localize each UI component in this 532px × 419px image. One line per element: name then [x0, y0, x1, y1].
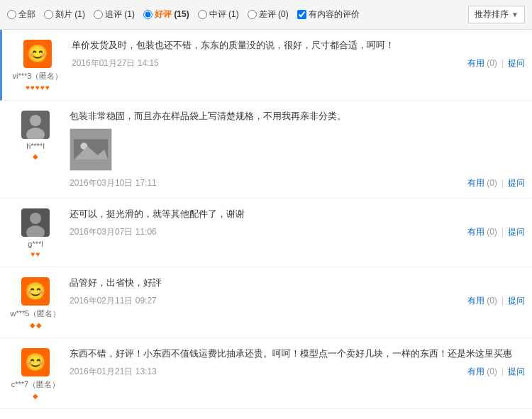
reviewer-stars: ◆	[33, 392, 38, 400]
review-text: 还可以，挺光滑的，就等其他配件了，谢谢	[70, 207, 525, 222]
star-1: ♥	[26, 84, 30, 91]
useful-link[interactable]: 有用 (0)	[467, 177, 497, 189]
svg-point-1	[30, 115, 41, 126]
avatar: 😊	[21, 277, 50, 306]
review-meta: 2016年01月21日 13:13 有用 (0) | 提问	[70, 366, 525, 378]
reviewer-name: vi***3（匿名）	[13, 71, 63, 82]
review-content: 还可以，挺光滑的，就等其他配件了，谢谢 2016年03月07日 11:06 有用…	[64, 207, 525, 238]
star-4: ♥	[40, 84, 45, 91]
filter-good[interactable]: 好评 (15)	[143, 9, 189, 21]
review-item: 😊 w***5（匿名） ◆ ◆ 品管好，出省快，好評 2016年02月11日 0…	[0, 267, 532, 338]
review-text: 品管好，出省快，好評	[70, 276, 525, 291]
ask-link[interactable]: 提问	[508, 366, 525, 378]
ask-link[interactable]: 提问	[508, 57, 525, 69]
filter-bar: 全部 刻片 (1) 追评 (1) 好评 (15) 中评 (1) 差评 (0) 有…	[0, 0, 532, 30]
reviewer-name: w***5（匿名）	[11, 308, 61, 319]
reviewer-info: h****l ◆	[7, 109, 64, 160]
review-text: 包装非常稳固，而且亦在样品袋上写清楚规格，不用我再亲非分类。	[70, 109, 525, 124]
star-2: ♥	[36, 250, 40, 258]
filter-has-content[interactable]: 有内容的评价	[297, 9, 360, 21]
star-1: ◆	[30, 321, 35, 329]
review-actions: 有用 (0) | 提问	[467, 366, 525, 378]
useful-link[interactable]: 有用 (0)	[467, 366, 497, 378]
useful-link[interactable]: 有用 (0)	[467, 226, 497, 238]
useful-link[interactable]: 有用 (0)	[467, 57, 497, 69]
avatar: 😊	[21, 348, 50, 376]
reviewer-stars: ◆	[33, 152, 38, 160]
review-text: 东西不错，好评！小东西不值钱运费比抽承还贵。呵呵！模型点一个卖好几块，一样的东西…	[70, 347, 525, 362]
filter-chase[interactable]: 追评 (1)	[94, 9, 135, 21]
review-item: g***l ♥ ♥ 还可以，挺光滑的，就等其他配件了，谢谢 2016年03月07…	[0, 199, 532, 267]
filter-kepiece[interactable]: 刻片 (1)	[44, 9, 85, 21]
reviewer-info: 😊 vi***3（匿名） ♥ ♥ ♥ ♥ ♥	[9, 38, 66, 91]
useful-link[interactable]: 有用 (0)	[467, 295, 497, 307]
review-thumb[interactable]	[70, 128, 112, 171]
avatar	[21, 208, 50, 237]
reviewer-name: c***7（匿名）	[11, 379, 60, 390]
review-actions: 有用 (0) | 提问	[467, 177, 525, 189]
reviewer-info: g***l ♥ ♥	[7, 207, 64, 258]
review-item: 😊 vi***3（匿名） ♥ ♥ ♥ ♥ ♥ 单价发货及时，包装也还不错，东东的…	[0, 30, 532, 101]
review-item: 😊 Ai 物品使用中，管量佳！ 2016年01月04日 11:5 有用 (0) …	[0, 409, 532, 419]
star-3: ♥	[35, 84, 40, 91]
ask-link[interactable]: 提问	[508, 295, 525, 307]
star-1: ◆	[33, 152, 38, 160]
review-date: 2016年03月10日 17:11	[70, 177, 157, 189]
avatar	[21, 111, 50, 139]
filter-medium[interactable]: 中评 (1)	[198, 9, 239, 21]
review-item: h****l ◆ 包装非常稳固，而且亦在样品袋上写清楚规格，不用我再亲非分类。 …	[0, 101, 532, 199]
review-meta: 2016年03月10日 17:11 有用 (0) | 提问	[70, 177, 525, 189]
reviewer-name: g***l	[28, 240, 43, 248]
ask-link[interactable]: 提问	[508, 177, 525, 189]
ask-link[interactable]: 提问	[508, 226, 525, 238]
reviewer-info: 😊 w***5（匿名） ◆ ◆	[7, 276, 64, 329]
review-content: 单价发货及时，包装也还不错，东东的质量没的说，很好，尺寸都合适，呵呵！ 2016…	[66, 38, 525, 69]
review-list: 😊 vi***3（匿名） ♥ ♥ ♥ ♥ ♥ 单价发货及时，包装也还不错，东东的…	[0, 30, 532, 419]
star-2: ◆	[36, 321, 42, 329]
star-5: ♥	[45, 84, 50, 91]
review-item: 😊 c***7（匿名） ◆ 东西不错，好评！小东西不值钱运费比抽承还贵。呵呵！模…	[0, 338, 532, 409]
filter-bad[interactable]: 差评 (0)	[248, 9, 289, 21]
sort-button[interactable]: 推荐排序 ▼	[468, 6, 525, 23]
review-date: 2016年03月07日 11:06	[70, 226, 157, 238]
reviewer-stars: ♥ ♥	[31, 250, 40, 258]
star-2: ♥	[31, 84, 35, 91]
review-meta: 2016年03月07日 11:06 有用 (0) | 提问	[70, 226, 525, 238]
svg-point-8	[30, 213, 41, 224]
filter-all[interactable]: 全部	[7, 9, 35, 21]
reviewer-name: h****l	[26, 142, 45, 150]
review-meta: 2016年02月11日 09:27 有用 (0) | 提问	[70, 295, 525, 307]
review-date: 2016年01月21日 13:13	[70, 366, 157, 378]
avatar: 😊	[23, 40, 52, 68]
review-date: 2016年01月27日 14:15	[72, 57, 159, 69]
reviewer-info: 😊 c***7（匿名） ◆	[7, 347, 64, 400]
review-actions: 有用 (0) | 提问	[467, 295, 525, 307]
review-actions: 有用 (0) | 提问	[467, 226, 525, 238]
review-text: 单价发货及时，包装也还不错，东东的质量没的说，很好，尺寸都合适，呵呵！	[72, 38, 525, 53]
reviewer-stars: ♥ ♥ ♥ ♥ ♥	[26, 84, 50, 91]
sort-arrow-icon: ▼	[511, 11, 519, 18]
review-content: 东西不错，好评！小东西不值钱运费比抽承还贵。呵呵！模型点一个卖好几块，一样的东西…	[64, 347, 525, 378]
review-images	[70, 128, 525, 173]
star-1: ♥	[31, 250, 35, 258]
review-meta: 2016年01月27日 14:15 有用 (0) | 提问	[72, 57, 525, 69]
review-content: 包装非常稳固，而且亦在样品袋上写清楚规格，不用我再亲非分类。 2016年03月1…	[64, 109, 525, 189]
review-date: 2016年02月11日 09:27	[70, 295, 157, 307]
reviewer-stars: ◆ ◆	[30, 321, 42, 329]
review-content: 品管好，出省快，好評 2016年02月11日 09:27 有用 (0) | 提问	[64, 276, 525, 307]
review-actions: 有用 (0) | 提问	[467, 57, 525, 69]
star-1: ◆	[33, 392, 38, 400]
